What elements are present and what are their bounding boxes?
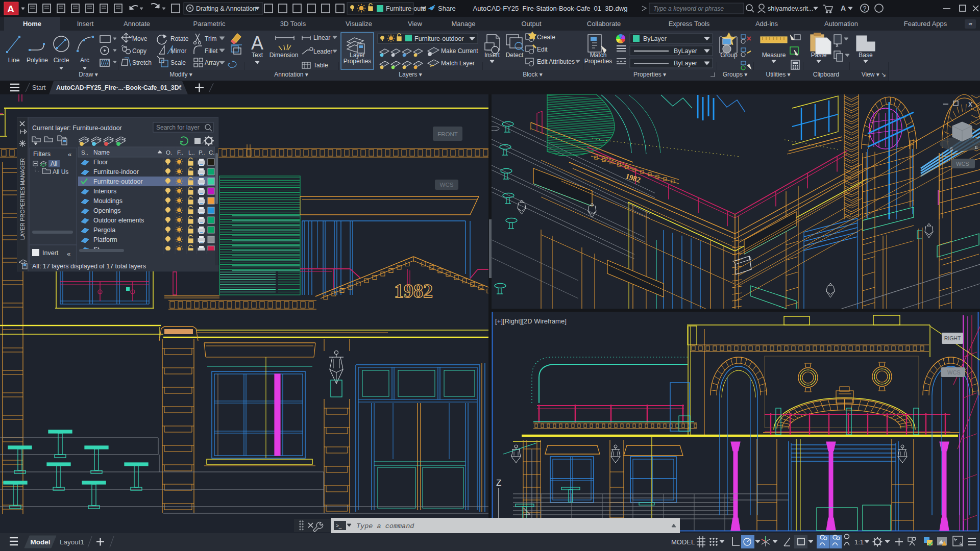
svg-text:Type a keyword or phrase: Type a keyword or phrase xyxy=(653,5,724,12)
svg-text:All Us: All Us xyxy=(53,168,68,176)
svg-text:Measure: Measure xyxy=(762,52,786,59)
svg-text:Table: Table xyxy=(313,62,328,69)
svg-text:1:1: 1:1 xyxy=(854,538,864,546)
svg-text:AutoCAD-FY25_Fire-...-Book-Caf: AutoCAD-FY25_Fire-...-Book-Cafe_01_3D* xyxy=(56,84,182,91)
svg-text:Layout1: Layout1 xyxy=(60,538,84,546)
svg-text:Furniture-outdoor: Furniture-outdoor xyxy=(414,35,464,42)
svg-text:Z: Z xyxy=(496,478,501,488)
svg-text:All: All xyxy=(51,160,57,167)
svg-text:A: A xyxy=(841,4,846,12)
svg-text:«: « xyxy=(67,250,70,258)
svg-text:Copy: Copy xyxy=(132,47,146,55)
svg-text:Create: Create xyxy=(537,34,555,41)
svg-text:WCS: WCS xyxy=(947,369,961,375)
svg-text:Match Layer: Match Layer xyxy=(441,60,475,67)
svg-text:Search for layer: Search for layer xyxy=(156,124,200,131)
svg-text:Interiors: Interiors xyxy=(93,188,116,195)
svg-text:L..: L.. xyxy=(188,149,195,156)
svg-text:Properties: Properties xyxy=(344,58,372,65)
svg-text:All: 17 layers displayed of 17: All: 17 layers displayed of 17 total lay… xyxy=(32,263,146,270)
svg-text:Circle: Circle xyxy=(54,57,69,64)
svg-text:Floor: Floor xyxy=(93,159,108,166)
svg-text:«: « xyxy=(68,151,71,158)
svg-text:Scale: Scale xyxy=(170,59,186,66)
svg-text:Paste: Paste xyxy=(811,52,827,59)
svg-text:ByLayer: ByLayer xyxy=(674,47,697,55)
svg-text:Linear: Linear xyxy=(313,34,330,41)
svg-text:Leader: Leader xyxy=(313,48,332,55)
svg-text:E: E xyxy=(975,145,978,150)
svg-text:Detect: Detect xyxy=(506,52,524,59)
svg-text:Start: Start xyxy=(32,84,46,91)
svg-text:Make Current: Make Current xyxy=(441,47,478,55)
svg-text:Fillet: Fillet xyxy=(205,47,218,55)
svg-text:Rotate: Rotate xyxy=(170,35,189,42)
svg-text:Group: Group xyxy=(720,52,738,59)
svg-text:P..: P.. xyxy=(199,149,205,156)
svg-text:O.: O. xyxy=(166,149,172,156)
svg-text:Furniture-outd: Furniture-outd xyxy=(386,5,426,12)
svg-text:1982: 1982 xyxy=(625,172,642,184)
svg-text:Stretch: Stretch xyxy=(132,59,152,66)
svg-text:Base: Base xyxy=(859,52,873,59)
svg-text:Mirror: Mirror xyxy=(170,47,186,55)
svg-text:Move: Move xyxy=(132,35,148,42)
svg-text:F..: F.. xyxy=(177,149,183,156)
svg-text:Trim: Trim xyxy=(205,35,217,42)
svg-text:Edit Attributes: Edit Attributes xyxy=(537,58,575,65)
svg-text:Invert: Invert xyxy=(42,249,59,257)
svg-text:RIGHT: RIGHT xyxy=(944,335,961,341)
svg-text:Edit: Edit xyxy=(537,46,548,53)
svg-text:Drafting & Annotation: Drafting & Annotation xyxy=(196,5,256,12)
svg-text:S: S xyxy=(950,146,953,152)
svg-text:Current layer: Furniture-outdo: Current layer: Furniture-outdoor xyxy=(32,124,122,132)
svg-text:1982: 1982 xyxy=(394,280,433,302)
svg-text:Line: Line xyxy=(8,57,20,64)
svg-text:shiyamdev.srit...: shiyamdev.srit... xyxy=(768,5,813,12)
svg-text:MODEL: MODEL xyxy=(671,538,695,546)
svg-text:Arc: Arc xyxy=(80,57,89,64)
svg-text:AutoCAD-FY25_Fire-Station-Book: AutoCAD-FY25_Fire-Station-Book-Cafe_01_3… xyxy=(473,5,628,12)
svg-text:Dimension: Dimension xyxy=(270,52,299,59)
svg-text:Mouldings: Mouldings xyxy=(93,197,122,205)
svg-text:LAYER PROPERTIES MANAGER: LAYER PROPERTIES MANAGER xyxy=(19,158,26,240)
svg-text:Type a command: Type a command xyxy=(356,522,414,530)
svg-text:WCS: WCS xyxy=(440,182,454,188)
svg-text:[+][Right][2D Wireframe]: [+][Right][2D Wireframe] xyxy=(495,317,567,325)
svg-text:Platform: Platform xyxy=(93,236,117,243)
svg-text:Openings: Openings xyxy=(93,207,121,214)
svg-text:A: A xyxy=(7,4,14,14)
svg-text:Polyline: Polyline xyxy=(27,57,48,64)
svg-text:A: A xyxy=(251,33,263,54)
svg-text:?: ? xyxy=(863,5,867,12)
svg-text:Model: Model xyxy=(31,538,51,546)
svg-text:>_: >_ xyxy=(336,523,342,529)
svg-text:Furniture-indoor: Furniture-indoor xyxy=(93,168,139,176)
svg-text:Insert: Insert xyxy=(484,52,500,59)
svg-text:Outdoor elements: Outdoor elements xyxy=(93,217,144,224)
svg-text:Furniture-outdoor: Furniture-outdoor xyxy=(93,178,143,185)
svg-text:S..: S.. xyxy=(81,149,88,156)
svg-text:Share: Share xyxy=(438,5,456,12)
svg-text:Name: Name xyxy=(93,149,110,156)
svg-text:Properties: Properties xyxy=(584,58,612,65)
svg-text:Filters: Filters xyxy=(33,151,51,158)
svg-text:Text: Text xyxy=(252,52,263,59)
svg-text:Array: Array xyxy=(205,59,219,66)
svg-text:X: X xyxy=(968,101,972,108)
svg-text:WCS: WCS xyxy=(956,161,969,167)
svg-text:FRONT: FRONT xyxy=(437,131,458,137)
svg-text:ByLayer: ByLayer xyxy=(643,35,667,42)
svg-text:Pergola: Pergola xyxy=(93,227,115,234)
svg-text:ByLayer: ByLayer xyxy=(674,60,697,67)
